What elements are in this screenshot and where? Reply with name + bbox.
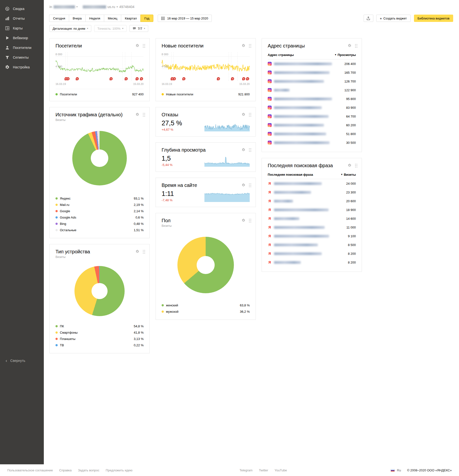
widget-drag-handle-icon[interactable] — [143, 113, 144, 117]
widget-controls — [242, 112, 250, 117]
widget-settings-icon[interactable] — [348, 164, 351, 167]
table-row[interactable]: Я 20 600 — [268, 197, 356, 205]
footer-link-suggest[interactable]: Предложить идею — [106, 468, 132, 472]
table-row[interactable]: 60 200 — [268, 121, 356, 129]
footer-link-ask[interactable]: Задать вопрос — [78, 468, 99, 472]
chart-legend: Посетители 927 400 — [55, 89, 144, 96]
table-row[interactable]: 122 900 — [268, 86, 356, 94]
period-button[interactable]: Месяц — [104, 15, 121, 22]
table-row[interactable]: 30 500 — [268, 138, 356, 147]
table-row[interactable]: Я 8 500 — [268, 240, 356, 249]
widget-drag-handle-icon[interactable] — [249, 219, 250, 222]
sort-header[interactable]: ▼ Визиты — [341, 173, 356, 176]
period-button[interactable]: Квартал — [121, 15, 141, 22]
table-row[interactable]: Я 18 900 — [268, 205, 356, 214]
footer-link-agreement[interactable]: Пользовательское соглашение — [7, 468, 53, 472]
sidebar-item[interactable]: Сегменты — [0, 53, 44, 62]
widget-settings-icon[interactable] — [242, 113, 245, 116]
legend-dot — [162, 311, 164, 313]
period-button[interactable]: Год — [140, 15, 153, 22]
sidebar-item[interactable]: Карты — [0, 23, 44, 33]
widget-drag-handle-icon[interactable] — [249, 183, 250, 187]
date-range-button[interactable]: 16 мар 2019 — 15 мар 2020 — [158, 15, 212, 22]
widget-drag-handle-icon[interactable] — [249, 148, 250, 152]
metric-value: 27,5 % — [162, 119, 182, 127]
widget-drag-handle-icon[interactable] — [143, 250, 144, 254]
sidebar-item[interactable]: Настройка — [0, 62, 44, 72]
footer-link-help[interactable]: Справка — [59, 468, 72, 472]
sidebar-item[interactable]: Сводка — [0, 4, 44, 14]
sidebar: Сводка Отчеты Карты Вебвизор — [0, 0, 44, 464]
metric-delta: -5,44 % — [162, 163, 173, 167]
goals-dropdown[interactable]: 7/7 ▾ — [129, 25, 148, 32]
widget-library-button[interactable]: Библиотека виджетов — [414, 15, 453, 22]
table-row[interactable]: 95 800 — [268, 94, 356, 103]
table-row[interactable]: 51 800 — [268, 129, 356, 138]
legend-label: Смартфоны — [60, 331, 134, 334]
widget-settings-icon[interactable] — [136, 113, 139, 116]
table-row[interactable]: Я 9 100 — [268, 232, 356, 240]
table-row[interactable]: 64 700 — [268, 112, 356, 121]
sidebar-item[interactable]: Посетители — [0, 43, 44, 53]
table-row[interactable]: Я 11 000 — [268, 223, 356, 232]
metric-delta: +4,67 % — [162, 128, 182, 131]
table-row[interactable]: Я 24 000 — [268, 179, 356, 188]
widget-settings-icon[interactable] — [242, 219, 245, 222]
views-count: 83 900 — [346, 106, 356, 110]
counter-selector[interactable]: in ▾ — [49, 5, 78, 9]
copyright: © 2008–2020 ООО «ЯНДЕКС» — [407, 468, 452, 472]
table-row[interactable]: 126 700 — [268, 77, 356, 86]
legend-dot — [55, 93, 58, 95]
widget-settings-icon[interactable] — [136, 44, 139, 47]
sidebar-item[interactable]: Вебвизор — [0, 33, 44, 43]
sidebar-collapse-button[interactable]: ‹ Свернуть — [0, 356, 44, 366]
widget-drag-handle-icon[interactable] — [249, 113, 250, 117]
table-row[interactable]: Я 14 600 — [268, 214, 356, 223]
legend-dot — [55, 338, 58, 340]
instagram-favicon — [268, 62, 272, 66]
settings-icon — [5, 65, 9, 69]
widget-settings-icon[interactable] — [136, 250, 139, 253]
accuracy-dropdown[interactable]: Точность: 100% ▾ — [94, 25, 127, 32]
x-axis-labels: 16.03.19 15.03.20 — [162, 82, 250, 85]
period-button[interactable]: Неделя — [85, 15, 104, 22]
table-row[interactable]: Я 23 300 — [268, 188, 356, 197]
sidebar-item[interactable]: Отчеты — [0, 14, 44, 23]
sort-label: Просмотры — [338, 53, 356, 57]
widget-drag-handle-icon[interactable] — [355, 44, 356, 48]
sort-header[interactable]: ▼ Просмотры — [334, 53, 356, 57]
segments-icon — [5, 55, 9, 60]
yandex-favicon: Я — [268, 182, 272, 185]
widget-header: Последняя поисковая фраза — [268, 163, 356, 168]
yandex-favicon: Я — [268, 225, 272, 229]
widget-subtitle: Визиты — [162, 224, 250, 228]
visitors-chart: 8 000 4 000 ннннннн — [55, 53, 144, 81]
widget-settings-icon[interactable] — [242, 148, 245, 152]
table-row[interactable]: Я 8 200 — [268, 258, 356, 267]
widget-drag-handle-icon[interactable] — [355, 164, 356, 167]
footer-link-youtube[interactable]: YouTube — [275, 468, 287, 472]
detail-dropdown[interactable]: Детализация: по дням ▾ — [49, 25, 91, 32]
language-switcher[interactable]: Ru — [397, 468, 401, 472]
metric-summary: 1,5 -5,44 % — [162, 155, 173, 167]
footer-link-twitter[interactable]: Twitter — [259, 468, 268, 472]
table-row[interactable]: 83 900 — [268, 103, 356, 112]
period-button[interactable]: Вчера — [69, 15, 86, 22]
footer-link-telegram[interactable]: Telegram — [239, 468, 252, 472]
widget-settings-icon[interactable] — [348, 44, 351, 47]
legend-value: 63,8 % — [240, 303, 250, 307]
export-button[interactable] — [364, 15, 373, 22]
widget-settings-icon[interactable] — [242, 44, 245, 47]
create-widget-button[interactable]: + Создать виджет — [376, 15, 411, 22]
table-row[interactable]: 165 700 — [268, 68, 356, 77]
period-button[interactable]: Сегодня — [49, 15, 69, 22]
toolbar: Сегодня Вчера Неделя Месяц Квартал Год 1… — [49, 15, 453, 22]
chevron-down-icon: ▾ — [76, 6, 78, 8]
widget-settings-icon[interactable] — [242, 183, 245, 187]
table-column-header: Адрес страницы — [268, 53, 294, 57]
table-row[interactable]: 206 400 — [268, 59, 356, 68]
widget-drag-handle-icon[interactable] — [143, 44, 144, 48]
widget-header: Источник трафика (детально) — [55, 112, 144, 118]
widget-drag-handle-icon[interactable] — [249, 44, 250, 48]
table-row[interactable]: Я 8 200 — [268, 249, 356, 258]
